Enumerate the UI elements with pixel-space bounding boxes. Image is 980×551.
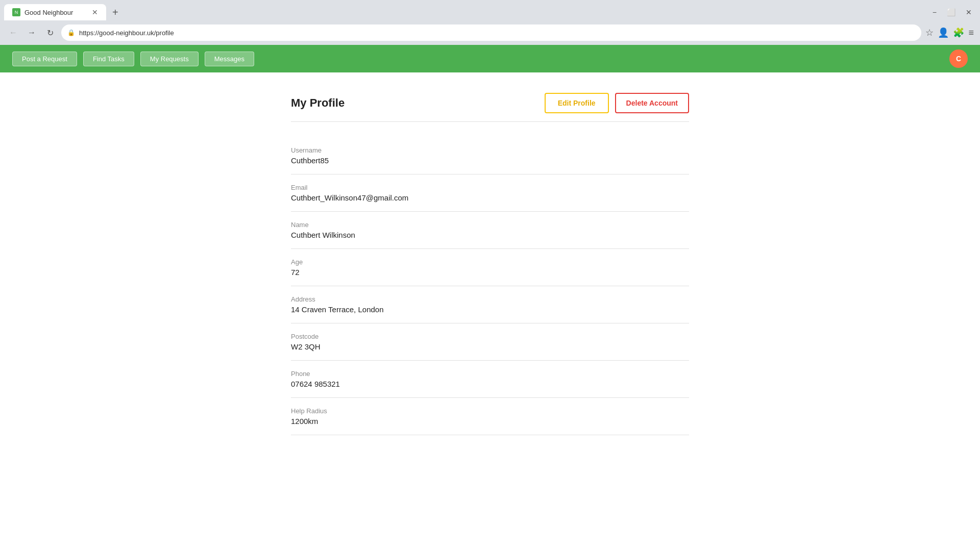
forward-button[interactable]: → xyxy=(24,26,39,40)
field-label: Address xyxy=(291,295,689,303)
field-value: Cuthbert Wilkinson xyxy=(291,231,689,239)
new-tab-button[interactable]: + xyxy=(108,7,122,18)
profile-container: My Profile Edit Profile Delete Account U… xyxy=(260,72,720,456)
post-request-nav-item[interactable]: Post a Request xyxy=(12,52,77,66)
field-label: Username xyxy=(291,146,689,154)
field-value: Cuthbert_Wilkinson47@gmail.com xyxy=(291,193,689,202)
page-title: My Profile xyxy=(291,96,345,110)
field-label: Email xyxy=(291,184,689,191)
profile-actions: Edit Profile Delete Account xyxy=(545,93,689,113)
profile-field: EmailCuthbert_Wilkinson47@gmail.com xyxy=(291,174,689,212)
user-avatar[interactable]: C xyxy=(949,49,968,68)
field-value: 72 xyxy=(291,268,689,277)
profile-field: Phone07624 985321 xyxy=(291,361,689,398)
field-label: Help Radius xyxy=(291,407,689,415)
profile-field: Age72 xyxy=(291,249,689,286)
url-text: https://good-neighbour.uk/profile xyxy=(79,29,915,37)
my-requests-nav-item[interactable]: My Requests xyxy=(140,52,199,66)
edit-profile-button[interactable]: Edit Profile xyxy=(545,93,609,113)
refresh-button[interactable]: ↻ xyxy=(43,26,57,40)
site-navbar: Post a Request Find Tasks My Requests Me… xyxy=(0,45,980,72)
profile-field: PostcodeW2 3QH xyxy=(291,323,689,361)
page-content: My Profile Edit Profile Delete Account U… xyxy=(0,72,980,551)
profile-header: My Profile Edit Profile Delete Account xyxy=(291,93,689,122)
field-label: Name xyxy=(291,221,689,229)
profile-field: Address14 Craven Terrace, London xyxy=(291,286,689,323)
profile-field: UsernameCuthbert85 xyxy=(291,137,689,174)
extensions-icon[interactable]: 🧩 xyxy=(953,27,964,38)
minimize-button[interactable]: − xyxy=(928,6,941,18)
close-button[interactable]: ✕ xyxy=(962,6,976,18)
tab-bar: N Good Neighbour ✕ + − ⬜ ✕ xyxy=(0,0,980,20)
field-value: 1200km xyxy=(291,417,689,425)
browser-toolbar: ← → ↻ 🔒 https://good-neighbour.uk/profil… xyxy=(0,20,980,45)
field-value: Cuthbert85 xyxy=(291,156,689,165)
delete-account-button[interactable]: Delete Account xyxy=(615,93,689,113)
back-button[interactable]: ← xyxy=(6,26,20,40)
field-label: Phone xyxy=(291,370,689,378)
tab-title: Good Neighbour xyxy=(24,9,88,16)
restore-button[interactable]: ⬜ xyxy=(943,6,960,18)
field-value: 14 Craven Terrace, London xyxy=(291,305,689,314)
lock-icon: 🔒 xyxy=(67,29,75,36)
active-tab[interactable]: N Good Neighbour ✕ xyxy=(4,4,106,20)
field-value: W2 3QH xyxy=(291,342,689,351)
menu-icon[interactable]: ≡ xyxy=(968,28,974,38)
favicon: N xyxy=(12,8,20,16)
profile-icon[interactable]: 👤 xyxy=(938,27,949,38)
field-value: 07624 985321 xyxy=(291,380,689,388)
field-label: Age xyxy=(291,258,689,266)
browser-actions: ☆ 👤 🧩 ≡ xyxy=(925,27,974,38)
profile-field: Help Radius1200km xyxy=(291,398,689,435)
profile-field: NameCuthbert Wilkinson xyxy=(291,212,689,249)
profile-fields: UsernameCuthbert85EmailCuthbert_Wilkinso… xyxy=(291,137,689,435)
close-tab-button[interactable]: ✕ xyxy=(92,9,98,16)
find-tasks-nav-item[interactable]: Find Tasks xyxy=(83,52,134,66)
field-label: Postcode xyxy=(291,333,689,340)
bookmark-icon[interactable]: ☆ xyxy=(925,27,934,38)
messages-nav-item[interactable]: Messages xyxy=(205,52,254,66)
browser-chrome: N Good Neighbour ✕ + − ⬜ ✕ ← → ↻ 🔒 https… xyxy=(0,0,980,45)
address-bar[interactable]: 🔒 https://good-neighbour.uk/profile xyxy=(61,24,921,41)
